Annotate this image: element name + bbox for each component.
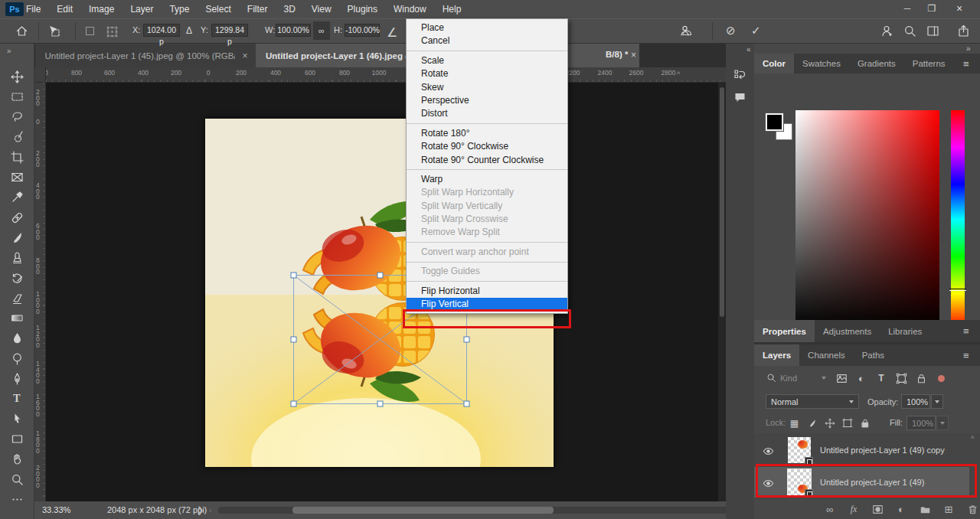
menu-item-rotate-90-counter-clockwise[interactable]: Rotate 90° Counter Clockwise <box>407 154 567 167</box>
layer-visibility-eye-icon[interactable] <box>763 446 774 457</box>
history-brush-tool[interactable] <box>8 269 25 286</box>
ruler-collapse-icon[interactable]: ^ <box>677 70 680 78</box>
transform-bounding-box[interactable] <box>34 83 726 501</box>
add-person-icon[interactable] <box>880 24 893 38</box>
properties-panel-menu-icon[interactable]: ≡ <box>963 325 969 337</box>
menu-file[interactable]: File <box>26 4 41 15</box>
layer-mask-icon[interactable] <box>871 502 884 516</box>
layer-thumbnail[interactable] <box>788 437 811 463</box>
lock-move-icon[interactable] <box>823 416 836 429</box>
zoom-tool[interactable] <box>8 471 25 488</box>
status-flyout-icon[interactable]: ❯ <box>197 505 204 515</box>
opacity-dropdown-button[interactable] <box>931 394 943 409</box>
hue-slider-marker[interactable] <box>949 289 966 291</box>
menu-item-distort[interactable]: Distort <box>407 107 567 120</box>
minimize-button[interactable]: ─ <box>896 0 919 17</box>
interpolation-icon[interactable] <box>678 24 691 38</box>
zoom-level[interactable]: 33.33% <box>42 505 70 514</box>
workspace-icon[interactable] <box>926 24 939 38</box>
toolbar-collapse-icon[interactable]: » <box>7 47 11 55</box>
adjustment-layer-icon[interactable]: ◐ <box>854 371 868 385</box>
saturation-brightness-field[interactable] <box>795 110 939 328</box>
opacity-input[interactable]: 100% <box>901 394 930 409</box>
lasso-tool[interactable] <box>8 109 25 126</box>
gradient-tool[interactable] <box>8 310 25 327</box>
menu-item-flip-vertical[interactable]: Flip Vertical <box>407 298 567 311</box>
menu-edit[interactable]: Edit <box>57 4 73 15</box>
canvas-viewport[interactable] <box>34 83 726 501</box>
type-layer-icon[interactable]: T <box>874 371 888 385</box>
spot-healing-tool[interactable] <box>8 209 25 226</box>
eyedropper-tool[interactable] <box>8 189 25 206</box>
more-tools-tool[interactable] <box>8 491 25 508</box>
tab-libraries[interactable]: Libraries <box>880 320 930 342</box>
layer-visibility-eye-icon[interactable] <box>763 478 774 489</box>
brush-tool[interactable] <box>8 229 25 246</box>
cancel-transform-icon[interactable]: ⊘ <box>726 24 736 38</box>
tab-gradients[interactable]: Gradients <box>849 54 904 73</box>
tab-paths[interactable]: Paths <box>854 344 893 366</box>
horizontal-scrollbar-thumb[interactable] <box>292 507 554 514</box>
type-tool[interactable]: T <box>8 390 25 407</box>
fill-input[interactable]: 100% <box>906 416 936 430</box>
lock-paint-icon[interactable] <box>805 416 818 429</box>
rectangular-marquee-tool[interactable] <box>8 88 25 105</box>
layer-name[interactable]: Untitled project-Layer 1 (49) <box>820 478 924 487</box>
path-selection-tool[interactable] <box>8 410 25 427</box>
height-input[interactable]: -100.00% <box>345 24 380 37</box>
layer-row[interactable]: Untitled project-Layer 1 (49) copy <box>754 435 969 465</box>
foreground-background-swatches[interactable] <box>766 113 796 144</box>
tab-close-icon[interactable]: × <box>242 51 247 61</box>
history-panel-icon[interactable] <box>730 65 750 83</box>
filter-kind-label[interactable]: Kind <box>780 374 797 383</box>
pen-tool[interactable] <box>8 370 25 387</box>
new-layer-icon[interactable]: ⊞ <box>942 502 956 516</box>
menu-3d[interactable]: 3D <box>283 4 295 15</box>
menu-filter[interactable]: Filter <box>247 4 268 15</box>
vertical-scrollbar[interactable] <box>718 83 726 501</box>
move-tool[interactable] <box>8 68 25 85</box>
layers-scrollbar-up-icon[interactable]: ^ <box>971 435 974 442</box>
tab-patterns[interactable]: Patterns <box>904 54 954 73</box>
shape-layer-icon[interactable] <box>894 371 908 385</box>
document-tab-inactive[interactable]: Untitled project-Layer 1 (45).jpeg @ 100… <box>35 44 256 67</box>
toggle-reference-point-checkbox[interactable] <box>86 27 94 35</box>
chevron-down-icon[interactable] <box>822 377 826 380</box>
hand-tool[interactable] <box>8 451 25 468</box>
menu-item-place[interactable]: Place <box>407 21 567 34</box>
rectangle-tool[interactable] <box>8 430 25 447</box>
layer-effects-icon[interactable]: fx <box>847 502 861 516</box>
menu-item-rotate-180-[interactable]: Rotate 180° <box>407 127 567 140</box>
eraser-tool[interactable] <box>8 289 25 306</box>
group-icon[interactable] <box>918 502 932 516</box>
transform-tool-icon[interactable] <box>47 24 60 38</box>
menu-image[interactable]: Image <box>89 4 114 15</box>
y-position-input[interactable]: 1299.84 p <box>211 24 248 37</box>
fill-dropdown-button[interactable] <box>936 416 949 430</box>
blur-tool[interactable] <box>8 330 25 347</box>
menu-help[interactable]: Help <box>443 4 462 15</box>
link-layers-icon[interactable]: ∞ <box>823 502 837 516</box>
layer-name[interactable]: Untitled project-Layer 1 (49) copy <box>820 446 945 455</box>
menu-plugins[interactable]: Plugins <box>348 4 377 15</box>
layer-row[interactable]: Untitled project-Layer 1 (49) <box>754 467 969 498</box>
crop-tool[interactable] <box>8 149 25 165</box>
menu-select[interactable]: Select <box>205 4 230 15</box>
menu-item-warp[interactable]: Warp <box>407 173 567 186</box>
menu-item-cancel[interactable]: Cancel <box>407 34 567 47</box>
menu-item-rotate-90-clockwise[interactable]: Rotate 90° Clockwise <box>407 140 567 153</box>
lock-artboard-icon[interactable] <box>841 416 854 429</box>
menu-window[interactable]: Window <box>394 4 426 15</box>
tab-swatches[interactable]: Swatches <box>794 54 849 73</box>
delete-layer-icon[interactable] <box>965 502 979 516</box>
expand-panels-icon[interactable]: » <box>966 44 971 53</box>
x-position-input[interactable]: 1024.00 p <box>143 24 180 37</box>
layers-panel-menu-icon[interactable]: ≡ <box>963 350 969 361</box>
menu-item-flip-horizontal[interactable]: Flip Horizontal <box>407 285 567 298</box>
frame-tool[interactable] <box>8 169 25 186</box>
menu-item-skew[interactable]: Skew <box>407 81 567 94</box>
lock-all-icon[interactable] <box>858 416 871 429</box>
menu-type[interactable]: Type <box>169 4 189 15</box>
search-icon[interactable] <box>903 24 916 38</box>
relative-position-icon[interactable]: Δ <box>186 25 192 36</box>
